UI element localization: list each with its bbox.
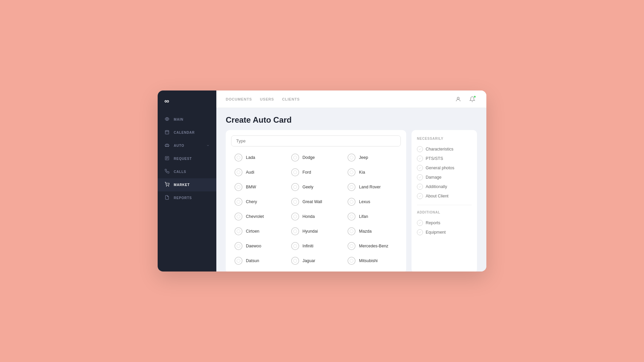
svg-point-17 [291,154,299,161]
brand-item-datsun[interactable]: Datsun [231,254,288,268]
brand-item-lada[interactable]: Lada [231,150,288,165]
svg-point-58 [237,259,240,262]
sidebar-item-market[interactable]: MARKET [158,178,216,191]
brand-logo-honda [290,212,300,221]
brand-item-lifan[interactable]: Lifan [344,209,401,224]
brand-item-honda[interactable]: Honda [288,209,344,224]
brand-item-bmw[interactable]: BMW [231,180,288,194]
tab-clients[interactable]: CLIENTS [282,96,300,103]
svg-point-22 [237,171,240,174]
brand-item-dodge[interactable]: Dodge [288,150,344,165]
svg-point-47 [291,228,299,235]
svg-point-48 [293,230,297,233]
brand-name-audi: Audi [246,170,254,175]
panel-item-about-client[interactable]: About Client [417,191,472,201]
sidebar-label-calendar: CALENDAR [174,131,195,134]
svg-point-43 [348,213,355,220]
panel-item-reports[interactable]: Reports [417,218,472,228]
brand-logo-ford [290,168,300,177]
svg-point-14 [457,97,459,99]
brand-item-geely[interactable]: Geely [288,180,344,194]
svg-point-27 [235,183,242,191]
brand-item-chery[interactable]: Chery [231,195,288,209]
svg-point-13 [168,186,169,186]
necessarily-label: NECESSARILY [417,137,472,140]
brand-logo-bmw [234,182,243,192]
panel-item-general-photos[interactable]: General photos [417,163,472,173]
sidebar-item-auto[interactable]: AUTO [158,139,216,152]
sidebar-item-request[interactable]: REQUEST [158,152,216,165]
brand-item-audi[interactable]: Audi [231,165,288,179]
brand-name-dodge: Dodge [303,155,315,160]
panel-item-additionally[interactable]: Additionally [417,182,472,191]
svg-point-37 [348,198,355,205]
brand-name-bmw: BMW [246,185,256,189]
panel-item-label: Equipment [426,230,446,235]
reports-icon [164,195,170,201]
tab-documents[interactable]: DOCUMENTS [226,96,252,103]
brand-name-mazda: Mazda [359,229,372,234]
brand-logo-lada [234,153,243,162]
brand-name-mitsubishi: Mitsubishi [359,258,378,263]
brands-grid: LadaDodgeJeepAudiFordKiaBMWGeelyLand Rov… [231,150,401,268]
sidebar-item-main[interactable]: MAIN [158,113,216,126]
brand-item-mitsubishi[interactable]: Mitsubishi [344,254,401,268]
brand-item-land-rover[interactable]: Land Rover [344,180,401,194]
brand-item-cirtoen[interactable]: Cirtoen [231,224,288,238]
svg-point-15 [235,154,242,161]
svg-point-41 [291,213,299,220]
brand-item-ford[interactable]: Ford [288,165,344,179]
svg-point-61 [348,257,355,264]
brand-name-chery: Chery [246,199,257,204]
sidebar-item-reports[interactable]: REPORTS [158,191,216,204]
brand-item-chevrolet[interactable]: Chevrolet [231,209,288,224]
brand-logo-great-wall [290,197,300,206]
panel-item-label: Additionally [426,184,447,189]
user-icon[interactable] [453,95,463,104]
notification-icon[interactable] [468,95,477,104]
panel-item-equipment[interactable]: Equipment [417,228,472,237]
page-title: Create Auto Card [226,115,477,125]
panel-item-label: Characteristics [426,147,453,152]
additional-items: Reports Equipment [417,218,472,237]
brand-item-lexus[interactable]: Lexus [344,195,401,209]
svg-point-18 [293,156,297,159]
brand-item-mazda[interactable]: Mazda [344,224,401,238]
svg-point-56 [350,244,353,248]
car-selector: LadaDodgeJeepAudiFordKiaBMWGeelyLand Rov… [226,130,406,272]
request-icon [164,156,170,162]
panel-item-damage[interactable]: Damage [417,173,472,182]
brand-logo-lexus [347,197,356,206]
tab-users[interactable]: USERS [260,96,274,103]
sidebar-item-calls[interactable]: CALLS [158,165,216,178]
svg-point-31 [348,183,355,191]
check-icon [417,184,423,190]
panel-item-label: Damage [426,175,441,180]
brand-item-jaguar[interactable]: Jaguar [288,254,344,268]
brand-item-daewoo[interactable]: Daewoo [231,239,288,253]
brand-item-kia[interactable]: Kia [344,165,401,179]
panel-item-characteristics[interactable]: Characteristics [417,144,472,154]
svg-point-59 [291,257,299,264]
sidebar-label-request: REQUEST [174,157,192,161]
brand-item-jeep[interactable]: Jeep [344,150,401,165]
sidebar-item-calendar[interactable]: CALENDAR [158,126,216,139]
svg-point-16 [237,156,240,159]
brand-item-infiniti[interactable]: Infiniti [288,239,344,253]
header-tabs: DOCUMENTSUSERSCLIENTS [226,96,300,103]
brand-name-lifan: Lifan [359,214,368,219]
panel-item-ptssts[interactable]: PTS/STS [417,154,472,163]
svg-point-35 [291,198,299,205]
brand-logo-hyundai [290,227,300,236]
calendar-icon [164,130,170,135]
svg-point-49 [348,228,355,235]
type-input[interactable] [231,135,401,146]
svg-point-54 [293,244,297,248]
brand-item-great-wall[interactable]: Great Wall [288,195,344,209]
brand-logo-daewoo [234,241,243,251]
brand-name-jaguar: Jaguar [303,258,315,263]
auto-icon [164,143,170,148]
brand-item-mercedes-benz[interactable]: Mercedes-Benz [344,239,401,253]
sidebar-logo: ∞ [158,97,216,113]
brand-item-hyundai[interactable]: Hyundai [288,224,344,238]
